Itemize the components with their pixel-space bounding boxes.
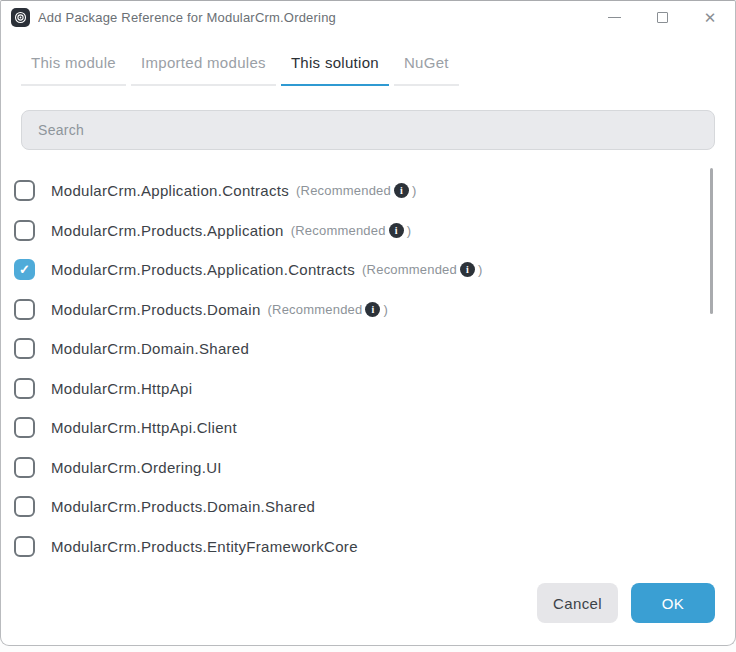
package-name: ModularCrm.Products.Application <box>51 222 284 239</box>
tab-this-solution[interactable]: This solution <box>281 50 389 86</box>
package-row[interactable]: ✓ ModularCrm.Domain.Shared <box>12 329 715 369</box>
package-checkbox[interactable]: ✓ <box>14 378 35 399</box>
list-scrollbar[interactable] <box>710 168 713 314</box>
recommended-label: (Recommended <box>291 223 386 238</box>
package-name: ModularCrm.Application.Contracts <box>51 182 289 199</box>
add-package-reference-dialog: Add Package Reference for ModularCrm.Ord… <box>0 0 736 646</box>
window-controls: ✕ <box>605 9 727 27</box>
tab-bar: This module Imported modules This soluti… <box>21 50 715 86</box>
package-name: ModularCrm.Products.EntityFrameworkCore <box>51 538 358 555</box>
package-row[interactable]: ✓ ModularCrm.Products.Domain (Recommende… <box>12 290 715 330</box>
package-checkbox[interactable]: ✓ <box>14 299 35 320</box>
package-checkbox[interactable]: ✓ <box>14 338 35 359</box>
package-row[interactable]: ✓ ModularCrm.Ordering.UI <box>12 448 715 488</box>
package-name: ModularCrm.Ordering.UI <box>51 459 222 476</box>
tab-imported-modules[interactable]: Imported modules <box>131 50 276 86</box>
package-name: ModularCrm.Products.Application.Contract… <box>51 261 355 278</box>
search-container <box>21 110 715 150</box>
package-row[interactable]: ✓ ModularCrm.HttpApi.Client <box>12 408 715 448</box>
package-checkbox[interactable]: ✓ <box>14 496 35 517</box>
close-button[interactable]: ✕ <box>701 9 719 27</box>
ok-button[interactable]: OK <box>631 583 715 623</box>
cancel-button[interactable]: Cancel <box>537 583 618 623</box>
recommended-badge: (Recommended i ) <box>296 183 416 198</box>
search-input[interactable] <box>21 110 715 150</box>
recommended-close-paren: ) <box>412 183 417 198</box>
package-name: ModularCrm.Products.Domain <box>51 301 261 318</box>
package-name: ModularCrm.Products.Domain.Shared <box>51 498 315 515</box>
package-checkbox[interactable]: ✓ <box>14 220 35 241</box>
maximize-button[interactable] <box>653 9 671 27</box>
package-checkbox[interactable]: ✓ <box>14 259 35 280</box>
package-name: ModularCrm.HttpApi <box>51 380 192 397</box>
recommended-label: (Recommended <box>296 183 391 198</box>
recommended-badge: (Recommended i ) <box>362 262 482 277</box>
package-row[interactable]: ✓ ModularCrm.Products.Domain.Shared <box>12 487 715 527</box>
package-row[interactable]: ✓ ModularCrm.Products.Application.Contra… <box>12 250 715 290</box>
recommended-label: (Recommended <box>268 302 363 317</box>
tab-nuget[interactable]: NuGet <box>394 50 459 86</box>
minimize-button[interactable] <box>605 9 623 27</box>
check-icon: ✓ <box>19 263 30 276</box>
info-icon[interactable]: i <box>389 223 404 238</box>
package-row[interactable]: ✓ ModularCrm.Application.Contracts (Reco… <box>12 171 715 211</box>
dialog-footer: Cancel OK <box>537 583 715 623</box>
package-checkbox[interactable]: ✓ <box>14 417 35 438</box>
recommended-label: (Recommended <box>362 262 457 277</box>
package-checkbox[interactable]: ✓ <box>14 180 35 201</box>
package-row[interactable]: ✓ ModularCrm.Products.Application (Recom… <box>12 211 715 251</box>
recommended-badge: (Recommended i ) <box>291 223 411 238</box>
package-name: ModularCrm.HttpApi.Client <box>51 419 237 436</box>
window-title: Add Package Reference for ModularCrm.Ord… <box>38 10 605 25</box>
recommended-close-paren: ) <box>383 302 388 317</box>
info-icon[interactable]: i <box>394 183 409 198</box>
titlebar[interactable]: Add Package Reference for ModularCrm.Ord… <box>1 1 735 34</box>
package-checkbox[interactable]: ✓ <box>14 457 35 478</box>
info-icon[interactable]: i <box>460 262 475 277</box>
recommended-close-paren: ) <box>407 223 412 238</box>
package-name: ModularCrm.Domain.Shared <box>51 340 249 357</box>
package-list: ✓ ModularCrm.Application.Contracts (Reco… <box>12 171 715 566</box>
package-row[interactable]: ✓ ModularCrm.HttpApi <box>12 369 715 409</box>
tab-this-module[interactable]: This module <box>21 50 126 86</box>
recommended-close-paren: ) <box>478 262 483 277</box>
abp-studio-logo-icon <box>11 8 30 27</box>
info-icon[interactable]: i <box>365 302 380 317</box>
package-row[interactable]: ✓ ModularCrm.Products.EntityFrameworkCor… <box>12 527 715 567</box>
recommended-badge: (Recommended i ) <box>268 302 388 317</box>
package-checkbox[interactable]: ✓ <box>14 536 35 557</box>
